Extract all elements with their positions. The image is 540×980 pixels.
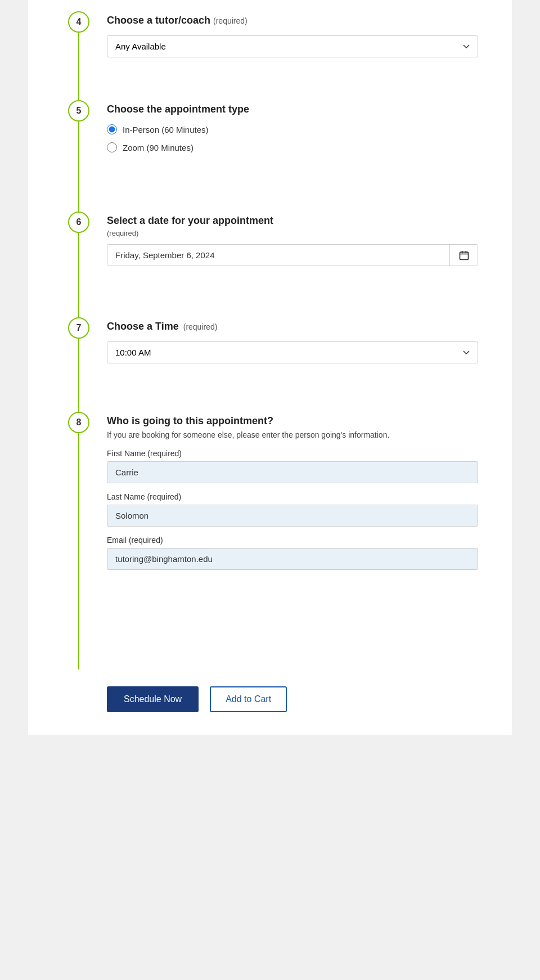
step-5-content: Choose the appointment type In-Person (6…: [96, 100, 478, 212]
step-5-line: [78, 122, 79, 212]
step-6-line-container: 6: [62, 212, 96, 317]
step-8-line-container: 8: [62, 412, 96, 669]
calendar-icon: [458, 250, 470, 261]
radio-in-person-input[interactable]: [107, 124, 117, 134]
step-7-block: 7 Choose a Time (required) 10:00 AM: [62, 317, 478, 412]
step-6-block: 6 Select a date for your appointment (re…: [62, 212, 478, 317]
step-5-title: Choose the appointment type: [107, 104, 478, 115]
step-8-block: 8 Who is going to this appointment? If y…: [62, 412, 478, 669]
step-6-circle: 6: [68, 212, 89, 233]
add-to-cart-button[interactable]: Add to Cart: [210, 686, 287, 712]
step-7-circle: 7: [68, 317, 89, 339]
first-name-input[interactable]: [107, 461, 478, 483]
appointment-type-group: In-Person (60 Minutes) Zoom (90 Minutes): [107, 124, 478, 152]
step-6-line: [78, 233, 79, 317]
last-name-label: Last Name (required): [107, 492, 478, 501]
step-4-line: [78, 33, 79, 100]
radio-zoom[interactable]: Zoom (90 Minutes): [107, 142, 478, 152]
step-6-title: Select a date for your appointment: [107, 215, 478, 227]
schedule-now-button[interactable]: Schedule Now: [107, 686, 199, 712]
step-5-circle: 5: [68, 100, 89, 122]
step-4-circle: 4: [68, 11, 89, 33]
step-4-content: Choose a tutor/coach (required) Any Avai…: [96, 11, 478, 100]
step-7-required: (required): [183, 322, 218, 331]
email-input[interactable]: [107, 548, 478, 570]
step-7-header: Choose a Time (required): [107, 321, 478, 335]
step-4-block: 4 Choose a tutor/coach (required) Any Av…: [62, 11, 478, 100]
step-4-title: Choose a tutor/coach (required): [107, 15, 478, 26]
step-7-content: Choose a Time (required) 10:00 AM: [96, 317, 478, 412]
step-8-circle: 8: [68, 412, 89, 433]
time-select[interactable]: 10:00 AM: [107, 341, 478, 363]
step-4-select-wrapper: Any Available: [107, 35, 478, 57]
step-6-required: (required): [107, 229, 478, 237]
step-8-line: [78, 433, 79, 669]
action-buttons-row: Schedule Now Add to Cart: [62, 686, 478, 712]
email-label: Email (required): [107, 536, 478, 545]
step-6-content: Select a date for your appointment (requ…: [96, 212, 478, 317]
calendar-icon-button[interactable]: [449, 245, 478, 266]
radio-in-person[interactable]: In-Person (60 Minutes): [107, 124, 478, 134]
first-name-label: First Name (required): [107, 449, 478, 458]
step-8-content: Who is going to this appointment? If you…: [96, 412, 478, 669]
date-input-wrapper: [107, 244, 478, 266]
tutor-select[interactable]: Any Available: [107, 35, 478, 57]
step-5-block: 5 Choose the appointment type In-Person …: [62, 100, 478, 212]
step-5-line-container: 5: [62, 100, 96, 212]
step-7-line: [78, 339, 79, 412]
svg-rect-0: [460, 252, 468, 259]
radio-zoom-input[interactable]: [107, 142, 117, 152]
step-8-description: If you are booking for someone else, ple…: [107, 429, 478, 441]
step-7-line-container: 7: [62, 317, 96, 412]
date-input[interactable]: [107, 245, 449, 266]
last-name-input[interactable]: [107, 505, 478, 527]
step-7-title: Choose a Time: [107, 321, 179, 332]
step-8-title: Who is going to this appointment?: [107, 415, 478, 427]
step-4-line-container: 4: [62, 11, 96, 100]
